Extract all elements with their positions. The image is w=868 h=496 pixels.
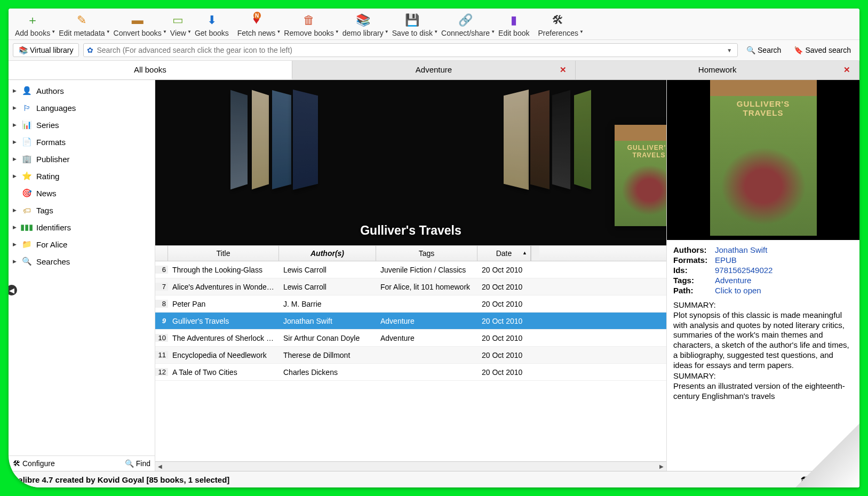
table-row[interactable]: 6Through the Looking-GlassLewis CarrollJ…: [155, 261, 666, 278]
fetch-news-button[interactable]: ♥NFetch news▼: [233, 11, 280, 39]
expand-icon[interactable]: ▶: [13, 225, 17, 230]
toolbar-label: Edit book: [498, 29, 529, 37]
scroll-right-button[interactable]: ▶: [657, 463, 666, 469]
expand-icon[interactable]: ▶: [13, 173, 17, 179]
coverflow-item[interactable]: [230, 90, 248, 190]
table-row[interactable]: 10The Adventures of Sherlock H…Sir Arthu…: [155, 330, 666, 347]
edit-book-button[interactable]: ▮Edit book: [494, 11, 533, 39]
find-button[interactable]: 🔍 Find: [125, 459, 150, 468]
horizontal-scrollbar[interactable]: ◀ ▶: [155, 461, 666, 471]
get-books-button[interactable]: ⬇Get books: [190, 11, 233, 39]
row-number: 12: [155, 368, 168, 376]
edit-metadata-button[interactable]: ✎Edit metadata▼: [54, 11, 109, 39]
expand-icon[interactable]: ▶: [13, 139, 17, 145]
tab-homework[interactable]: Homework✕: [576, 61, 859, 79]
sidebar-item-tags[interactable]: ▶🏷Tags: [9, 202, 155, 219]
summary-heading: SUMMARY:: [673, 300, 853, 310]
search-button[interactable]: 🔍 Search: [742, 44, 785, 57]
connect-share-button[interactable]: 🔗Connect/share▼: [437, 11, 494, 39]
column-header-author[interactable]: Author(s): [279, 246, 376, 261]
cell-date: 20 Oct 2010: [477, 266, 531, 274]
sidebar-item-identifiers[interactable]: ▶▮▮▮Identifiers: [9, 219, 155, 236]
gear-icon[interactable]: ✿: [87, 46, 93, 54]
close-icon[interactable]: ✕: [560, 65, 567, 75]
expand-icon[interactable]: ▶: [13, 207, 17, 213]
layout-button[interactable]: 🛠 Layout: [801, 475, 837, 484]
saved-search-button[interactable]: 🔖 Saved search: [790, 44, 855, 57]
column-header-title[interactable]: Title: [168, 246, 279, 261]
save-to-disk-button[interactable]: 💾Save to disk▼: [388, 11, 437, 39]
detail-value[interactable]: Jonathan Swift: [715, 245, 767, 254]
summary-heading: SUMMARY:: [673, 371, 853, 381]
sidebar-item-for-alice[interactable]: ▶📁For Alice: [9, 236, 155, 253]
table-row[interactable]: 8Peter PanJ. M. Barrie20 Oct 2010: [155, 295, 666, 313]
cell-date: 20 Oct 2010: [477, 368, 531, 377]
cell-title: Encyclopedia of Needlework: [168, 351, 279, 359]
detail-cover[interactable]: GULLIVER'STRAVELS: [667, 80, 859, 240]
coverflow-item[interactable]: [293, 90, 318, 190]
pencil-icon: ✎: [74, 13, 89, 28]
coverflow-item[interactable]: [504, 90, 529, 190]
scroll-left-button[interactable]: ◀: [155, 463, 165, 469]
table-row[interactable]: 11Encyclopedia of NeedleworkTherese de D…: [155, 347, 666, 364]
sidebar-item-series[interactable]: ▶📊Series: [9, 116, 155, 133]
expand-icon[interactable]: ▶: [13, 122, 17, 127]
remove-books-button[interactable]: 🗑Remove books▼: [280, 11, 338, 39]
table-row[interactable]: 12A Tale of Two CitiesCharles Dickens20 …: [155, 364, 666, 381]
detail-field: Tags:Adventure: [673, 276, 853, 285]
jobs-spinner-icon[interactable]: ◯: [843, 474, 854, 485]
coverflow-item[interactable]: [552, 90, 571, 189]
close-icon[interactable]: ✕: [843, 65, 850, 75]
expand-icon[interactable]: ▶: [13, 259, 17, 264]
building-icon: 🏢: [21, 154, 32, 164]
convert-books-button[interactable]: ▬Convert books▼: [109, 11, 166, 39]
table-row[interactable]: 7Alice's Adventures in Wonderl…Lewis Car…: [155, 278, 666, 295]
vertical-scrollbar[interactable]: [531, 246, 539, 261]
expand-icon[interactable]: ▶: [13, 105, 17, 110]
expand-icon[interactable]: ▶: [13, 88, 17, 93]
sidebar-item-searches[interactable]: ▶🔍Searches: [9, 253, 155, 270]
saved-search-label: Saved search: [805, 46, 851, 54]
download-icon: ⬇: [204, 13, 219, 28]
demo-library-button[interactable]: 📚demo library▼: [338, 11, 388, 39]
detail-value[interactable]: Adventure: [715, 276, 751, 285]
sort-asc-icon: ▲: [522, 250, 527, 255]
coverflow-item[interactable]: [252, 90, 269, 190]
column-header-date[interactable]: Date▲: [477, 246, 531, 261]
chevron-down-icon[interactable]: ▼: [724, 47, 734, 53]
add-books-button[interactable]: ＋Add books▼: [11, 11, 54, 39]
sidebar-item-label: Formats: [36, 138, 66, 147]
sidebar-item-rating[interactable]: ▶⭐Rating: [9, 167, 155, 185]
virtual-library-button[interactable]: 📚 Virtual library: [13, 43, 79, 57]
chevron-down-icon[interactable]: ▼: [579, 29, 584, 34]
column-header-tags[interactable]: Tags: [376, 246, 477, 261]
search-field-wrap[interactable]: ✿ ▼: [83, 43, 738, 57]
trash-icon: 🗑: [301, 13, 316, 28]
coverflow-item[interactable]: [272, 90, 291, 189]
detail-field: Formats:EPUB: [673, 255, 853, 265]
tab-all-books[interactable]: All books: [9, 61, 292, 79]
sidebar-item-authors[interactable]: ▶👤Authors: [9, 82, 155, 99]
tab-adventure[interactable]: Adventure✕: [292, 61, 576, 79]
coverflow-item[interactable]: [530, 90, 550, 189]
table-row[interactable]: 9Gulliver's TravelsJonathan SwiftAdventu…: [155, 313, 666, 330]
coverflow[interactable]: GULLIVER'STRAVELS Gulliver's Travels: [155, 80, 666, 245]
expand-icon[interactable]: ▶: [13, 156, 17, 162]
coverflow-center-item[interactable]: GULLIVER'STRAVELS: [615, 125, 667, 226]
detail-label: Ids:: [673, 266, 711, 275]
column-header-rownum[interactable]: [155, 246, 168, 261]
cell-date: 20 Oct 2010: [477, 283, 531, 291]
sidebar-item-publisher[interactable]: ▶🏢Publisher: [9, 150, 155, 167]
detail-value[interactable]: Click to open: [715, 286, 761, 295]
detail-value[interactable]: EPUB: [715, 255, 737, 265]
expand-icon[interactable]: ▶: [13, 242, 17, 247]
sidebar-item-formats[interactable]: ▶📄Formats: [9, 133, 155, 150]
preferences-button[interactable]: 🛠Preferences▼: [533, 11, 582, 39]
sidebar-item-languages[interactable]: ▶🏳Languages: [9, 99, 155, 116]
coverflow-item[interactable]: [574, 90, 591, 190]
search-input[interactable]: [97, 46, 724, 54]
view-button[interactable]: ▭View▼: [166, 11, 190, 39]
detail-value[interactable]: 9781562549022: [715, 266, 773, 275]
configure-button[interactable]: 🛠 Configure: [13, 459, 55, 468]
sidebar-item-news[interactable]: 🎯News: [9, 185, 155, 202]
